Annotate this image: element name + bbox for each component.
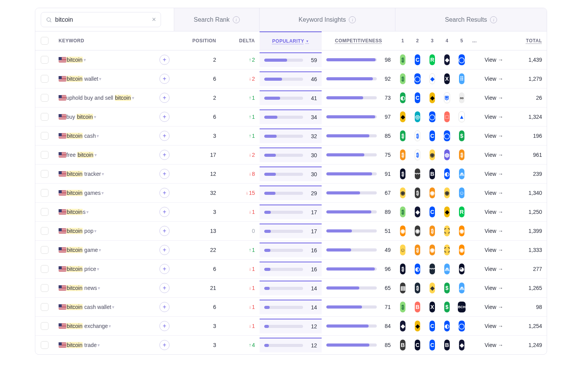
- info-icon[interactable]: i: [349, 16, 356, 23]
- keyword-cell[interactable]: bitcoin wallet ▼ +: [54, 70, 174, 88]
- row-checkbox-cell[interactable]: [35, 204, 54, 220]
- app-icon-cell[interactable]: ◆: [425, 69, 440, 88]
- chevron-down-icon[interactable]: ▼: [97, 343, 100, 347]
- checkbox[interactable]: [41, 284, 48, 292]
- column-header-competitiveness[interactable]: COMPETITIVENESS: [322, 31, 395, 50]
- app-icon-cell[interactable]: C: [410, 88, 425, 107]
- app-icon-cell[interactable]: ⛶: [440, 241, 454, 259]
- row-checkbox-cell[interactable]: [35, 299, 54, 315]
- column-header-delta[interactable]: DELTA: [221, 31, 260, 50]
- app-icon-cell[interactable]: ₿: [410, 279, 425, 297]
- app-icon-cell[interactable]: B: [410, 298, 425, 316]
- view-link[interactable]: View →: [485, 114, 503, 120]
- checkbox[interactable]: [41, 303, 48, 311]
- app-icon-cell[interactable]: ◯: [440, 127, 454, 145]
- view-link[interactable]: View →: [485, 171, 503, 177]
- keyword-cell[interactable]: bitcoins ▼ +: [54, 203, 174, 221]
- chevron-down-icon[interactable]: ▼: [108, 324, 112, 328]
- chevron-down-icon[interactable]: ▼: [101, 172, 105, 176]
- view-link[interactable]: View →: [485, 228, 503, 234]
- view-cell[interactable]: View →: [480, 262, 508, 276]
- app-icon-cell[interactable]: ◆: [440, 203, 454, 221]
- chevron-down-icon[interactable]: ▼: [83, 58, 87, 62]
- keyword-cell[interactable]: bitcoin games ▼ +: [54, 184, 174, 202]
- keyword-cell[interactable]: bitcoin price ▼ +: [54, 260, 174, 278]
- keyword-cell[interactable]: bitcoin trade ▼ +: [54, 336, 174, 354]
- add-keyword-button[interactable]: +: [159, 131, 170, 141]
- row-checkbox-cell[interactable]: [35, 337, 54, 353]
- row-checkbox-cell[interactable]: [35, 280, 54, 296]
- view-cell[interactable]: View →: [480, 72, 508, 86]
- app-icon-cell[interactable]: B: [440, 336, 454, 354]
- app-icon-cell[interactable]: C: [425, 336, 440, 354]
- column-header-keyword[interactable]: KEYWORD: [54, 31, 174, 50]
- app-icon-cell[interactable]: ◉: [454, 222, 469, 240]
- checkbox[interactable]: [41, 227, 48, 235]
- view-link[interactable]: View →: [485, 95, 503, 101]
- app-icon-cell[interactable]: ◆: [440, 50, 454, 69]
- app-icon-cell[interactable]: R: [454, 203, 469, 221]
- app-icon-cell[interactable]: ∞: [454, 88, 469, 107]
- view-cell[interactable]: View →: [480, 243, 508, 257]
- view-cell[interactable]: View →: [480, 205, 508, 219]
- app-icon-cell[interactable]: ⩕: [454, 165, 469, 183]
- view-cell[interactable]: View →: [480, 129, 508, 143]
- app-icon-cell[interactable]: ◆: [425, 88, 440, 107]
- app-icon-cell[interactable]: ◉: [410, 222, 425, 240]
- add-keyword-button[interactable]: +: [159, 264, 170, 274]
- view-cell[interactable]: View →: [480, 91, 508, 105]
- app-icon-cell[interactable]: ⛨: [440, 88, 454, 107]
- checkbox[interactable]: [41, 208, 48, 216]
- row-checkbox-cell[interactable]: [35, 242, 54, 258]
- keyword-cell[interactable]: bitcoin tracker ▼ +: [54, 165, 174, 183]
- app-icon-cell[interactable]: ◆: [395, 108, 410, 126]
- app-icon-cell[interactable]: ◉: [425, 184, 440, 202]
- view-link[interactable]: View →: [485, 323, 503, 329]
- add-keyword-button[interactable]: +: [159, 188, 170, 198]
- app-icon-cell[interactable]: ₿: [395, 165, 410, 183]
- add-keyword-button[interactable]: +: [159, 93, 170, 103]
- add-keyword-button[interactable]: +: [159, 283, 170, 293]
- keyword-cell[interactable]: bitcoin pop ▼ +: [54, 222, 174, 240]
- column-header-rank-3[interactable]: 3: [425, 31, 440, 50]
- app-icon-cell[interactable]: ◎: [410, 108, 425, 126]
- app-icon-cell[interactable]: ◆: [395, 317, 410, 335]
- app-icon-cell[interactable]: ⠿: [454, 69, 469, 88]
- view-link[interactable]: View →: [485, 76, 503, 82]
- app-icon-cell[interactable]: ◐: [440, 317, 454, 335]
- view-cell[interactable]: View →: [480, 53, 508, 67]
- row-checkbox-cell[interactable]: [35, 128, 54, 144]
- add-keyword-button[interactable]: +: [159, 150, 170, 160]
- app-icon-cell[interactable]: ◕: [454, 260, 469, 278]
- app-icon-cell[interactable]: ◆: [410, 203, 425, 221]
- row-checkbox-cell[interactable]: [35, 223, 54, 239]
- tab-search-results[interactable]: Search Results i: [395, 8, 547, 31]
- view-cell[interactable]: View →: [480, 148, 508, 162]
- clear-search-button[interactable]: ×: [152, 16, 156, 24]
- app-icon-cell[interactable]: ◯: [410, 69, 425, 88]
- tab-search-rank[interactable]: Search Rank i: [174, 8, 260, 31]
- app-icon-cell[interactable]: ₿: [395, 146, 410, 164]
- checkbox[interactable]: [41, 246, 48, 254]
- checkbox[interactable]: [41, 322, 48, 330]
- checkbox[interactable]: [41, 151, 48, 159]
- checkbox[interactable]: [41, 170, 48, 178]
- view-link[interactable]: View →: [485, 190, 503, 196]
- app-icon-cell[interactable]: C: [425, 317, 440, 335]
- keyword-cell[interactable]: buy bitcoin ▼ +: [54, 108, 174, 126]
- add-keyword-button[interactable]: +: [159, 226, 170, 236]
- app-icon-cell[interactable]: B: [395, 336, 410, 354]
- tab-keyword-insights[interactable]: Keyword Insights i: [260, 8, 395, 31]
- app-icon-cell[interactable]: □: [440, 108, 454, 126]
- view-cell[interactable]: View →: [480, 110, 508, 124]
- keyword-cell[interactable]: bitcoin exchange ▼ +: [54, 317, 174, 335]
- keyword-cell[interactable]: bitcoin cash ▼ +: [54, 127, 174, 145]
- app-icon-cell[interactable]: ₿: [410, 184, 425, 202]
- view-cell[interactable]: View →: [480, 338, 508, 352]
- checkbox[interactable]: [41, 189, 48, 197]
- view-link[interactable]: View →: [485, 152, 503, 158]
- row-checkbox-cell[interactable]: [35, 318, 54, 334]
- add-keyword-button[interactable]: +: [159, 74, 170, 84]
- chevron-down-icon[interactable]: ▼: [98, 77, 102, 81]
- app-icon-cell[interactable]: ◆: [454, 336, 469, 354]
